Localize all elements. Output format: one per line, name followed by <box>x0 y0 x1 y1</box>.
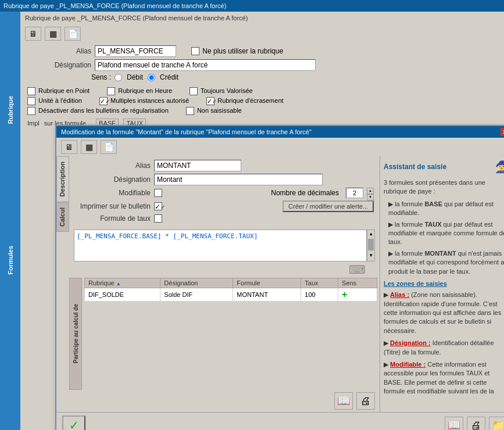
inner-left-area: Description Calcul Alias <box>56 156 380 412</box>
window-title: Rubrique de paye _PL_MENSA_FORCE (Plafon… <box>3 2 226 9</box>
bottom-icon-3[interactable]: 📁 <box>489 417 504 430</box>
col-formule[interactable]: Formule <box>233 278 301 288</box>
inner-toolbar-monitor-icon[interactable]: 🖥 <box>61 140 77 154</box>
inner-dialog-bottom: ✓ 📖 🖨 📁 <box>56 412 504 430</box>
scroll-up-arrow[interactable]: ▲ <box>369 230 373 238</box>
desactiver-bulletins-check[interactable] <box>27 107 35 115</box>
inner-content-area: Alias Désignation Modifiable <box>69 156 380 412</box>
decimales-spinner[interactable]: ▲ ▼ <box>367 188 374 198</box>
assistant-designation-section: ▶ Désignation : Identification détaillée… <box>384 339 504 357</box>
credit-radio[interactable] <box>148 74 155 81</box>
col-rubrique[interactable]: Rubrique ▲ <box>85 278 160 288</box>
col-sens[interactable]: Sens <box>338 278 377 288</box>
formula-keyboard-icon: ⌨ <box>349 263 366 277</box>
sens-label: Sens : <box>91 73 111 81</box>
toujours-valorisee-row: Toujours Valorisée <box>190 87 253 95</box>
table-icon-1[interactable]: 📖 <box>334 392 353 410</box>
assistant-text: 3 formules sont présentes dans une rubri… <box>384 178 504 396</box>
creer-alerte-button[interactable]: Créer / modifier une alerte... <box>283 200 374 212</box>
imprimer-check[interactable]: ✓ <box>154 202 162 210</box>
inner-options-row: Modifiable Nombre de décimales ▲ ▼ <box>75 188 374 198</box>
table-bottom-icons: 📖 🖨 <box>74 392 375 410</box>
modifiable-check[interactable] <box>154 189 162 197</box>
col-designation[interactable]: Désignation <box>160 278 233 288</box>
impl-label: Impl <box>27 120 40 127</box>
designation-link[interactable]: Désignation : <box>390 339 431 346</box>
inner-toolbar-table-icon[interactable]: ▦ <box>81 140 97 154</box>
debit-label: Débit <box>127 73 143 81</box>
left-sidebar: Rubrique Formules <box>0 12 20 430</box>
inner-designation-input[interactable] <box>154 174 323 185</box>
inner-form-fields: Alias Désignation Modifiable <box>69 156 380 228</box>
outer-toolbar: 🖥 ▦ 📄 <box>20 24 504 43</box>
cell-taux: 100 <box>301 288 338 302</box>
alias-input[interactable] <box>95 45 176 57</box>
tab-description[interactable]: Description <box>56 156 69 202</box>
inner-dialog-title-bar: Modification de la formule "Montant" de … <box>56 126 504 138</box>
inner-formule-taux-label: Formule de taux <box>75 214 151 223</box>
assistant-bullet-3: ▶ la formule MONTANT qui n'est jamais mo… <box>384 249 504 276</box>
rubrique-ecrasement-check[interactable]: ✓ <box>206 97 215 105</box>
spin-down[interactable]: ▼ <box>367 194 374 200</box>
modifiable-link[interactable]: Modifiable : <box>390 361 426 368</box>
unite-edition-row: Unité à l'édition <box>27 97 82 105</box>
inner-formule-taux-row: Formule de taux <box>75 214 374 223</box>
inner-dialog: Modification de la formule "Montant" de … <box>55 125 504 430</box>
sens-radio-group: Débit Crédit <box>115 73 178 81</box>
sidebar-item-formules[interactable]: Formules <box>5 237 16 284</box>
credit-label: Crédit <box>160 73 178 81</box>
sidebar-item-rubrique[interactable]: Rubrique <box>5 87 16 132</box>
formula-textarea[interactable]: [_PL_MENSA_FORCE.BASE] * [_PL_MENSA_FORC… <box>74 230 367 261</box>
rubrique-heure-check[interactable] <box>107 87 115 95</box>
assistant-intro: 3 formules sont présentes dans une rubri… <box>384 178 504 196</box>
inner-dialog-close-button[interactable]: ✕ <box>501 128 504 136</box>
ok-button[interactable]: ✓ <box>62 415 85 430</box>
assistant-modifiable-section: ▶ Modifiable : Cette information est acc… <box>384 360 504 396</box>
ne-plus-utiliser-check[interactable] <box>191 47 199 55</box>
inner-alias-input[interactable] <box>154 160 241 171</box>
non-saisissable-check[interactable] <box>186 107 194 115</box>
toolbar-document-icon[interactable]: 📄 <box>65 27 81 41</box>
outer-form: Rubrique de paye _PL_MENSA_FORCE (Plafon… <box>20 12 504 430</box>
multiples-instances-check[interactable]: ✓ <box>99 97 108 105</box>
bottom-icon-1[interactable]: 📖 <box>445 417 463 430</box>
alias-link[interactable]: Alias : <box>390 291 409 298</box>
toolbar-table-icon[interactable]: ▦ <box>45 27 61 41</box>
decimales-input[interactable] <box>346 188 363 198</box>
formula-scrollbar[interactable]: ▲ ▼ <box>367 230 375 261</box>
formula-icon-row: ⌨ <box>69 263 366 277</box>
inner-toolbar-document-icon[interactable]: 📄 <box>101 140 117 154</box>
inner-toolbar: 🖥 ▦ 📄 <box>56 138 504 156</box>
toolbar-monitor-icon[interactable]: 🖥 <box>25 27 41 41</box>
spin-up[interactable]: ▲ <box>367 188 374 194</box>
col-taux[interactable]: Taux <box>301 278 338 288</box>
assistant-header: Assistant de saisie 🧙 <box>384 160 504 174</box>
formule-taux-check[interactable] <box>154 214 162 223</box>
inner-imprimer-label: Imprimer sur le bulletin <box>75 202 151 210</box>
rubrique-point-check[interactable] <box>27 87 35 95</box>
cell-sens: + <box>338 288 377 302</box>
inner-imprimer-row: Imprimer sur le bulletin ✓ Créer / modif… <box>75 200 374 212</box>
bottom-icon-2[interactable]: 🖨 <box>467 417 485 430</box>
rubrique-en-point-row: Rubrique en Point <box>27 87 90 95</box>
designation-input[interactable] <box>95 59 316 71</box>
scroll-down-arrow[interactable]: ▼ <box>369 252 373 259</box>
tab-participe[interactable]: Participe au calcul de <box>69 278 82 390</box>
scroll-thumb[interactable] <box>368 239 374 250</box>
desactiver-bulletins-row: Désactiver dans les bulletins de régular… <box>27 107 169 115</box>
assistant-bullet-1: ▶ la formule BASE qui par défaut est mod… <box>384 200 504 218</box>
table-icon-2[interactable]: 🖨 <box>356 392 375 410</box>
toujours-valorisee-check[interactable] <box>190 87 198 95</box>
assistant-title: Assistant de saisie <box>384 163 446 171</box>
ne-plus-utiliser-checkbox[interactable]: Ne plus utiliser la rubrique <box>191 47 283 56</box>
cell-formule: MONTANT <box>233 288 301 302</box>
debit-radio[interactable] <box>115 74 122 81</box>
vertical-tabs: Description Calcul <box>56 156 69 412</box>
assistant-icon: 🧙 <box>495 160 504 174</box>
tab-calcul[interactable]: Calcul <box>56 202 69 232</box>
rubrique-en-heure-row: Rubrique en Heure <box>107 87 172 95</box>
assistant-panel: Assistant de saisie 🧙 3 formules sont pr… <box>380 156 504 412</box>
unite-edition-check[interactable] <box>27 97 35 105</box>
assistant-alias-section: ▶ Alias : (Zone non saisissable). Identi… <box>384 291 504 335</box>
outer-form-title: Rubrique de paye _PL_MENSA_FORCE (Plafon… <box>20 12 504 24</box>
